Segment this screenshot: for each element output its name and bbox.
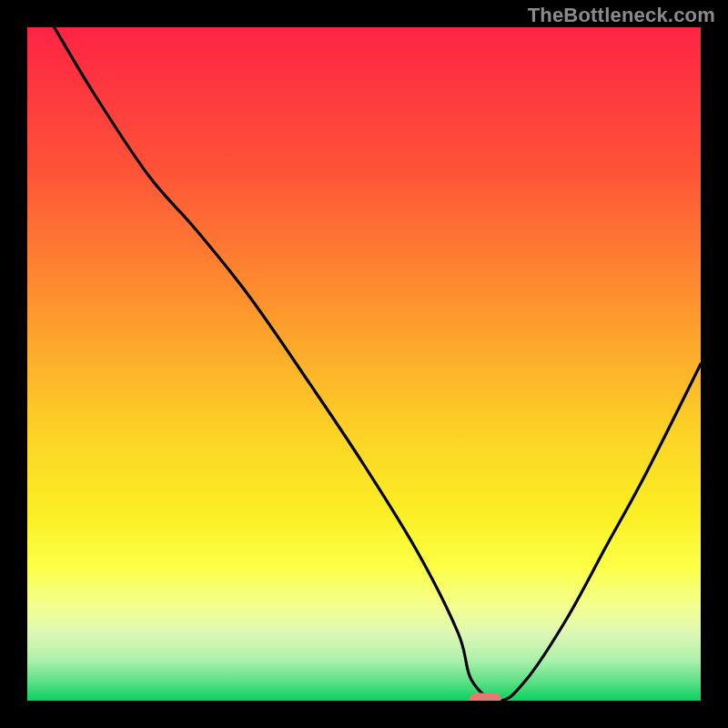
optimum-marker: [470, 693, 500, 701]
watermark-text: TheBottleneck.com: [528, 4, 715, 27]
bottleneck-chart: [27, 27, 701, 701]
plot-background: [27, 27, 701, 701]
chart-frame: TheBottleneck.com: [0, 0, 728, 728]
